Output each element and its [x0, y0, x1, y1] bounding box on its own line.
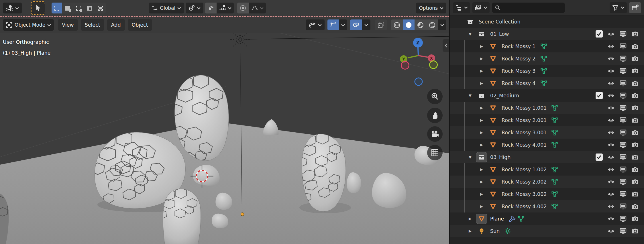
shading-solid-button[interactable]	[403, 19, 415, 30]
hide-viewport-toggle[interactable]	[605, 105, 617, 111]
disclosure-triangle-icon[interactable]: ▼	[464, 93, 476, 98]
disable-renders-toggle[interactable]	[629, 166, 641, 173]
object-type-icon[interactable]	[487, 41, 499, 52]
hide-viewport-toggle[interactable]	[605, 191, 617, 198]
disable-renders-toggle[interactable]	[629, 178, 641, 185]
select-mode-intersect-button[interactable]	[95, 3, 106, 13]
disable-renders-toggle[interactable]	[629, 105, 641, 111]
show-gizmo-toggle[interactable]	[327, 19, 339, 30]
outliner-row[interactable]: ▶ Plane	[450, 212, 644, 225]
disable-viewports-toggle[interactable]	[617, 191, 629, 198]
options-dropdown[interactable]: Options	[416, 3, 446, 13]
disable-renders-toggle[interactable]	[629, 154, 641, 161]
hide-viewport-toggle[interactable]	[605, 31, 617, 38]
outliner-row[interactable]: ▶ Rock Mossy 3	[450, 65, 644, 77]
exclude-checkbox[interactable]	[593, 154, 605, 161]
hide-viewport-toggle[interactable]	[605, 43, 617, 50]
hide-viewport-toggle[interactable]	[605, 203, 617, 210]
disclosure-triangle-icon[interactable]: ▶	[476, 69, 487, 73]
disclosure-triangle-icon[interactable]: ▶	[476, 56, 487, 61]
outliner-row[interactable]: ▶ Rock Mossy 1.002	[450, 163, 644, 176]
object-visibility-dropdown[interactable]	[306, 19, 325, 30]
outliner-row[interactable]: ▶ Rock Mossy 4.002	[450, 200, 644, 212]
transform-orientation-dropdown[interactable]: Global	[149, 3, 184, 13]
disable-renders-toggle[interactable]	[629, 55, 641, 62]
disable-viewports-toggle[interactable]	[617, 166, 629, 173]
disclosure-triangle-icon[interactable]: ▶	[476, 81, 487, 85]
outliner-row[interactable]: ▶ Rock Mossy 4.001	[450, 139, 644, 151]
disclosure-triangle-icon[interactable]: ▶	[476, 167, 487, 172]
disclosure-triangle-icon[interactable]: ▶	[464, 217, 476, 221]
disable-viewports-toggle[interactable]	[617, 228, 629, 235]
outliner-row[interactable]: ▶ Rock Mossy 1.001	[450, 102, 644, 114]
menu-select[interactable]: Select	[81, 19, 104, 31]
hide-viewport-toggle[interactable]	[605, 68, 617, 74]
hide-viewport-toggle[interactable]	[605, 117, 617, 124]
axis-neg-y-ball[interactable]	[430, 61, 437, 69]
disable-renders-toggle[interactable]	[629, 31, 641, 38]
select-mode-set-button[interactable]	[52, 3, 62, 13]
disable-viewports-toggle[interactable]	[617, 80, 629, 87]
filter-dropdown[interactable]	[610, 2, 627, 13]
hide-viewport-toggle[interactable]	[605, 80, 617, 87]
proportional-falloff-dropdown[interactable]	[249, 3, 266, 13]
hide-viewport-toggle[interactable]	[605, 129, 617, 136]
select-mode-extend-button[interactable]	[62, 3, 73, 13]
axis-neg-z-ball[interactable]	[415, 78, 422, 85]
snap-target-dropdown[interactable]	[217, 3, 234, 13]
snap-toggle-button[interactable]	[205, 3, 217, 13]
hide-viewport-toggle[interactable]	[605, 141, 617, 148]
disable-renders-toggle[interactable]	[629, 203, 641, 210]
outliner-row[interactable]: ▼ 01_Low	[450, 28, 644, 40]
disable-viewports-toggle[interactable]	[617, 68, 629, 74]
exclude-checkbox[interactable]	[593, 30, 605, 38]
disable-viewports-toggle[interactable]	[617, 129, 629, 136]
disable-renders-toggle[interactable]	[629, 92, 641, 99]
mode-dropdown[interactable]: Object Mode	[3, 19, 54, 31]
pivot-point-dropdown[interactable]	[186, 3, 203, 13]
outliner-row[interactable]: ▼ 03_High	[450, 151, 644, 163]
hide-viewport-toggle[interactable]	[605, 154, 617, 161]
menu-object[interactable]: Object	[128, 19, 152, 31]
toggle-xray-button[interactable]	[375, 19, 387, 30]
overlays-dropdown[interactable]	[362, 19, 370, 30]
menu-view[interactable]: View	[58, 19, 78, 31]
disable-renders-toggle[interactable]	[629, 228, 641, 235]
outliner-row[interactable]: ▶ Sun	[450, 225, 644, 237]
disable-viewports-toggle[interactable]	[617, 105, 629, 111]
object-type-icon[interactable]	[476, 90, 487, 101]
outliner-row[interactable]: ▶ Rock Mossy 4	[450, 77, 644, 89]
disable-renders-toggle[interactable]	[629, 68, 641, 74]
outliner-search[interactable]	[492, 3, 565, 13]
gizmo-dropdown[interactable]	[339, 19, 347, 30]
select-mode-invert-button[interactable]	[84, 3, 95, 13]
disclosure-triangle-icon[interactable]: ▼	[464, 155, 476, 159]
navigation-axis-gizmo[interactable]: Z Y X	[397, 23, 443, 89]
outliner-editor-type-dropdown[interactable]	[453, 2, 470, 13]
outliner-row[interactable]: ▶ Rock Mossy 2	[450, 52, 644, 65]
exclude-checkbox[interactable]	[593, 92, 605, 99]
disclosure-triangle-icon[interactable]: ▶	[476, 192, 487, 196]
object-type-icon[interactable]	[487, 140, 499, 150]
disable-viewports-toggle[interactable]	[617, 117, 629, 124]
disclosure-triangle-icon[interactable]: ▶	[476, 143, 487, 147]
object-type-icon[interactable]	[464, 17, 476, 27]
axis-neg-x-ball[interactable]	[401, 62, 409, 69]
disable-viewports-toggle[interactable]	[617, 154, 629, 161]
hide-viewport-toggle[interactable]	[605, 166, 617, 173]
sidebar-collapse-tab[interactable]	[443, 39, 449, 52]
select-mode-subtract-button[interactable]	[73, 3, 84, 13]
disable-renders-toggle[interactable]	[629, 215, 641, 222]
pan-view-button[interactable]	[427, 108, 443, 123]
shading-wireframe-button[interactable]	[391, 19, 403, 30]
object-type-icon[interactable]	[487, 115, 499, 125]
outliner-row[interactable]: Scene Collection	[450, 15, 644, 28]
hide-viewport-toggle[interactable]	[605, 55, 617, 62]
shading-material-button[interactable]	[415, 19, 426, 30]
proportional-editing-toggle[interactable]	[237, 3, 249, 13]
object-type-icon[interactable]	[487, 78, 499, 88]
object-type-icon[interactable]	[487, 103, 499, 113]
toggle-orthographic-button[interactable]	[427, 145, 443, 160]
disable-renders-toggle[interactable]	[629, 191, 641, 198]
new-collection-button[interactable]	[629, 2, 641, 13]
